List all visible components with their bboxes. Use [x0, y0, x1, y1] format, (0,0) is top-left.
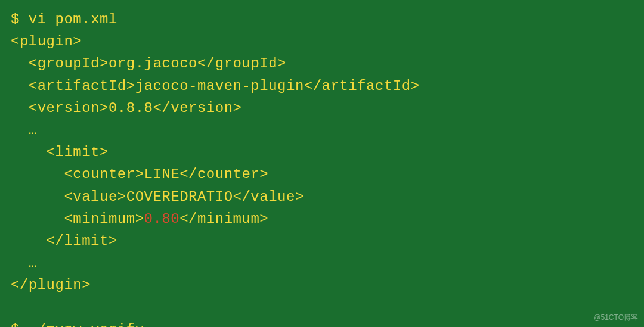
watermark-text: @51CTO博客: [593, 312, 638, 323]
counter-value: LINE: [144, 166, 180, 182]
xml-version-line: <version>0.8.8</version>: [11, 97, 633, 119]
value-close: </value>: [233, 189, 304, 205]
minimum-value: 0.80: [144, 211, 180, 227]
blank-line: [11, 296, 633, 318]
xml-limit-close: </limit>: [11, 230, 633, 252]
terminal-output: $ vi pom.xml <plugin> <groupId>org.jacoc…: [11, 8, 633, 327]
xml-artifactid-line: <artifactId>jacoco-maven-plugin</artifac…: [11, 75, 633, 97]
version-close: </version>: [153, 100, 242, 116]
artifactid-value: jacoco-maven-plugin: [135, 78, 304, 94]
groupid-value: org.jacoco: [109, 55, 197, 71]
prompt-symbol: $: [11, 322, 20, 327]
shell-command: vi pom.xml: [29, 11, 117, 27]
xml-minimum-line: <minimum>0.80</minimum>: [11, 208, 633, 230]
xml-groupid-line: <groupId>org.jacoco</groupId>: [11, 52, 633, 74]
version-value: 0.8.8: [109, 100, 153, 116]
shell-command: ./mvnw verify: [29, 322, 144, 327]
xml-counter-line: <counter>LINE</counter>: [11, 163, 633, 185]
groupid-open: <groupId>: [11, 55, 109, 71]
xml-limit-open: <limit>: [11, 141, 633, 163]
minimum-close: </minimum>: [179, 211, 268, 227]
ellipsis-line: …: [11, 252, 633, 274]
artifactid-open: <artifactId>: [11, 78, 135, 94]
artifactid-close: </artifactId>: [304, 78, 420, 94]
ellipsis-line: …: [11, 119, 633, 141]
minimum-open: <minimum>: [11, 211, 144, 227]
value-open: <value>: [11, 189, 126, 205]
shell-command-line: $ vi pom.xml: [11, 8, 633, 30]
groupid-close: </groupId>: [197, 55, 286, 71]
shell-command-line: $ ./mvnw verify: [11, 319, 633, 327]
xml-plugin-open: <plugin>: [11, 30, 633, 52]
xml-plugin-close: </plugin>: [11, 274, 633, 296]
counter-close: </counter>: [179, 166, 268, 182]
prompt-symbol: $: [11, 11, 20, 27]
version-open: <version>: [11, 100, 109, 116]
xml-value-line: <value>COVEREDRATIO</value>: [11, 186, 633, 208]
value-value: COVEREDRATIO: [126, 189, 233, 205]
counter-open: <counter>: [11, 166, 144, 182]
